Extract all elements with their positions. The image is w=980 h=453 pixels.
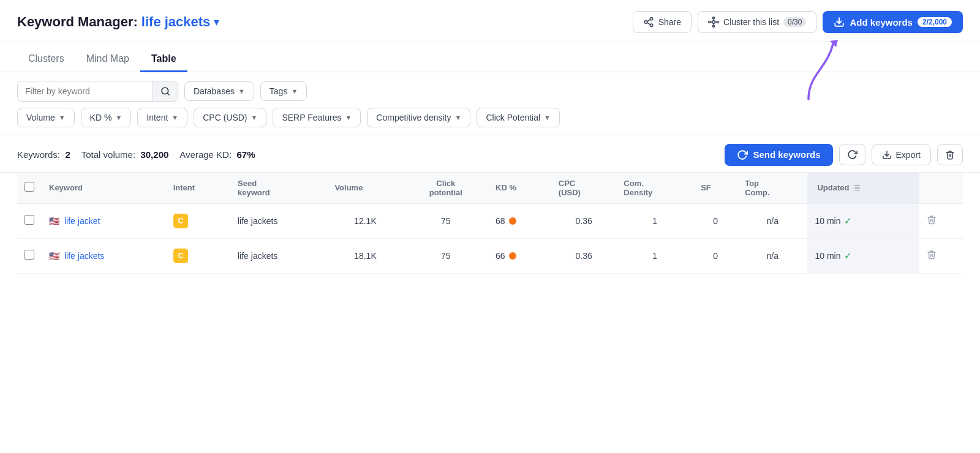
col-header-seed: Seedkeyword — [230, 173, 327, 204]
search-input[interactable] — [18, 81, 153, 101]
serp-filter[interactable]: SERP Features ▼ — [273, 108, 361, 127]
header-left: Keyword Manager: life jackets ▾ — [17, 14, 219, 30]
col-header-volume: Volume — [327, 173, 403, 204]
send-icon — [737, 149, 748, 160]
row2-com-density-cell: 1 — [616, 238, 693, 273]
sort-icon[interactable] — [852, 184, 861, 192]
row2-keyword-cell: 🇺🇸 life jackets — [42, 238, 166, 273]
cpc-filter-label: CPC (USD) — [203, 113, 247, 122]
row1-updated-cell: 10 min ✓ — [807, 203, 919, 238]
export-icon — [882, 150, 892, 160]
row1-kd-value: 68 — [496, 216, 505, 226]
average-kd-label: Average KD: 67% — [179, 149, 255, 160]
col-header-checkbox — [17, 173, 42, 204]
row2-verified-icon: ✓ — [844, 250, 852, 261]
row1-intent-badge: C — [173, 214, 188, 228]
row2-keyword-link[interactable]: 🇺🇸 life jackets — [49, 251, 159, 261]
export-label: Export — [896, 150, 921, 160]
keywords-table-wrapper: Keyword Intent Seedkeyword Volume Clickp… — [0, 173, 980, 274]
col-header-keyword: Keyword — [42, 173, 166, 204]
tags-label: Tags — [270, 86, 288, 96]
col-header-com-density: Com.Density — [616, 173, 693, 204]
row1-checkbox[interactable] — [24, 215, 34, 225]
add-keywords-icon — [834, 17, 845, 28]
row2-delete-icon[interactable] — [927, 250, 937, 260]
kd-filter-label: KD % — [90, 113, 112, 122]
search-box — [17, 81, 178, 102]
col-header-sf: SF — [693, 173, 737, 204]
total-volume-label: Total volume: 30,200 — [81, 149, 169, 160]
trash-icon — [945, 150, 955, 160]
databases-chevron-icon: ▼ — [238, 88, 245, 95]
row1-cpc-cell: 0.36 — [551, 203, 617, 238]
cluster-button[interactable]: Cluster this list 0/30 — [698, 11, 816, 33]
delete-button[interactable] — [937, 144, 963, 165]
click-potential-filter[interactable]: Click Potential ▼ — [477, 108, 560, 127]
tab-clusters[interactable]: Clusters — [17, 45, 75, 72]
tab-mind-map[interactable]: Mind Map — [75, 45, 140, 72]
table-row: 🇺🇸 life jacket C life jackets 12.1K 75 6… — [17, 203, 963, 238]
row1-kd-dot — [509, 217, 516, 225]
keywords-count-value: 2 — [65, 149, 70, 160]
row2-seed-cell: life jackets — [230, 238, 327, 273]
row2-intent-badge: C — [173, 249, 188, 263]
send-keywords-button[interactable]: Send keywords — [725, 144, 832, 166]
svg-line-4 — [647, 20, 650, 21]
table-summary-bar: Keywords: 2 Total volume: 30,200 Average… — [0, 135, 980, 173]
add-keywords-button[interactable]: Add keywords 2/2,000 — [823, 11, 963, 33]
keyword-list-name: life jackets — [141, 14, 211, 30]
col-header-updated: Updated — [807, 173, 919, 204]
row2-sf-cell: 0 — [693, 238, 737, 273]
share-label: Share — [658, 17, 681, 27]
cpc-chevron-icon: ▼ — [251, 114, 258, 121]
row2-intent-cell: C — [166, 238, 230, 273]
volume-filter[interactable]: Volume ▼ — [17, 108, 75, 127]
average-kd-value: 67% — [236, 149, 255, 160]
filters-bar: Databases ▼ Tags ▼ — [0, 72, 980, 108]
row2-flag: 🇺🇸 — [49, 251, 59, 261]
row1-keyword-link[interactable]: 🇺🇸 life jacket — [49, 216, 159, 226]
share-button[interactable]: Share — [633, 11, 692, 33]
export-button[interactable]: Export — [872, 144, 931, 165]
intent-filter[interactable]: Intent ▼ — [137, 108, 187, 127]
col-header-click-potential: Clickpotential — [404, 173, 489, 204]
tab-table[interactable]: Table — [140, 45, 187, 72]
row2-checkbox-cell — [17, 238, 42, 273]
row1-click-potential-cell: 75 — [404, 203, 489, 238]
cluster-label: Cluster this list — [723, 17, 779, 27]
cpc-filter[interactable]: CPC (USD) ▼ — [194, 108, 266, 127]
row2-kd-cell: 66 — [488, 238, 551, 273]
row1-keyword-text: life jacket — [64, 216, 100, 226]
col-header-cpc: CPC(USD) — [551, 173, 617, 204]
add-keywords-label: Add keywords — [850, 17, 913, 28]
svg-line-3 — [647, 23, 650, 24]
row1-checkbox-cell — [17, 203, 42, 238]
table-row: 🇺🇸 life jackets C life jackets 18.1K 75 … — [17, 238, 963, 273]
search-button[interactable] — [153, 81, 178, 101]
keywords-count-label: Keywords: 2 — [17, 149, 70, 160]
comp-density-filter[interactable]: Competitive density ▼ — [367, 108, 470, 127]
list-name-chevron-icon[interactable]: ▾ — [214, 15, 219, 29]
kd-filter[interactable]: KD % ▼ — [81, 108, 132, 127]
col-header-actions — [919, 173, 963, 204]
search-icon — [160, 86, 170, 96]
header: Keyword Manager: life jackets ▾ Share Cl… — [0, 0, 980, 42]
row1-keyword-cell: 🇺🇸 life jacket — [42, 203, 166, 238]
metric-filters: Volume ▼ KD % ▼ Intent ▼ CPC (USD) ▼ SER… — [0, 108, 980, 135]
volume-filter-label: Volume — [26, 113, 55, 122]
add-keywords-badge: 2/2,000 — [918, 17, 952, 27]
click-potential-filter-label: Click Potential — [486, 113, 540, 122]
col-header-kd: KD % — [488, 173, 551, 204]
row1-kd-cell: 68 — [488, 203, 551, 238]
volume-chevron-icon: ▼ — [59, 114, 66, 121]
keywords-table: Keyword Intent Seedkeyword Volume Clickp… — [17, 173, 963, 274]
tags-dropdown[interactable]: Tags ▼ — [260, 81, 307, 101]
refresh-button[interactable] — [839, 144, 865, 165]
row2-checkbox[interactable] — [24, 250, 34, 260]
databases-dropdown[interactable]: Databases ▼ — [184, 81, 254, 101]
row1-delete-icon[interactable] — [927, 215, 937, 225]
select-all-checkbox[interactable] — [24, 182, 34, 192]
table-summary-stats: Keywords: 2 Total volume: 30,200 Average… — [17, 149, 255, 160]
row2-kd-dot — [509, 252, 516, 260]
col-header-top-comp: TopComp. — [737, 173, 807, 204]
